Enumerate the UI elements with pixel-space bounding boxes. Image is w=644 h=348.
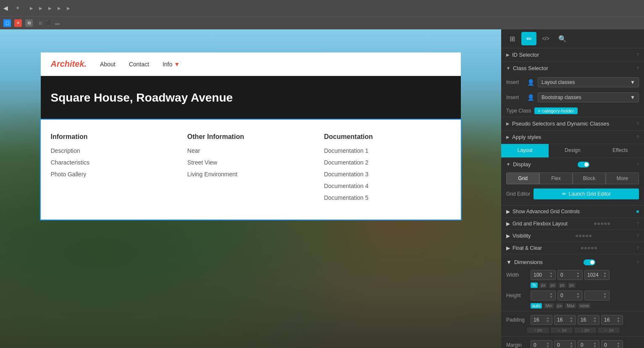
tab-brush[interactable]: ✏ [521, 32, 536, 45]
height-unit-auto[interactable]: auto [531, 303, 542, 309]
width-unit-px2[interactable]: px [568, 283, 576, 288]
desktop-icon[interactable]: 🖥 [38, 21, 42, 26]
grid-flexbox-help[interactable]: ? [636, 221, 639, 226]
display-btn-grid[interactable]: Grid [506, 173, 539, 184]
nav-arrow-1[interactable]: ▶ [27, 4, 36, 12]
info-item-doc5[interactable]: Documentation 5 [324, 194, 450, 201]
nav-link-about[interactable]: About [100, 61, 116, 68]
info-item-desc[interactable]: Description [51, 147, 177, 154]
bootstrap-classes-dropdown[interactable]: Bootstrap classes ▼ [538, 92, 639, 102]
pseudo-help[interactable]: ? [636, 121, 639, 126]
height-max-unit[interactable]: Max [565, 303, 576, 309]
width-max-spin[interactable]: ▲▼ [603, 272, 607, 278]
visibility-row[interactable]: ▶ Visibility ? [501, 230, 644, 242]
height-min-spin[interactable]: ▲▼ [576, 292, 580, 299]
display-toggle-on[interactable] [578, 162, 589, 167]
padding-bottom-input[interactable]: 16 ▲▼ [578, 315, 599, 325]
info-item-char[interactable]: Characteristics [51, 159, 177, 166]
grid-flexbox-row[interactable]: ▶ Grid and Flexbox Layout ? [501, 218, 644, 230]
width-min-unit[interactable]: px [539, 283, 547, 288]
nav-link-info-dropdown[interactable]: Info ▼ [163, 61, 180, 68]
info-item-photo[interactable]: Photo Gallery [51, 171, 177, 178]
info-item-doc3[interactable]: Documentation 3 [324, 171, 450, 178]
width-max-unit[interactable]: px [558, 283, 566, 288]
id-selector-section[interactable]: ▶ ID Selector ? [501, 48, 644, 62]
pad-left-spin[interactable]: ▲▼ [617, 317, 620, 323]
width-min-spin[interactable]: ▲▼ [576, 272, 580, 278]
advanced-grid-row[interactable]: ▶ Show Advanced Grid Controls [501, 206, 644, 218]
nav-arrow-2[interactable]: ▶ [37, 4, 45, 12]
tab-effects[interactable]: Effects [597, 144, 644, 157]
add-icon[interactable]: ＋ [15, 4, 21, 12]
nav-arrow-4[interactable]: ▶ [55, 4, 63, 12]
mar-bottom-spin[interactable]: ▲▼ [593, 342, 597, 348]
display-btn-more[interactable]: More [606, 173, 639, 184]
width-value-input[interactable]: 100 ▲▼ [531, 270, 556, 280]
mar-right-spin[interactable]: ▲▼ [570, 342, 573, 348]
display-help[interactable]: ? [636, 162, 639, 167]
info-item-doc1[interactable]: Documentation 1 [324, 147, 450, 154]
back-icon[interactable]: ◀ [3, 5, 8, 11]
height-min-input[interactable]: 0 ▲▼ [557, 290, 583, 301]
id-selector-help[interactable]: ? [636, 52, 639, 58]
margin-right-input[interactable]: 0 ▲▼ [554, 340, 576, 348]
height-max-spin[interactable]: ▲▼ [603, 292, 607, 299]
launch-grid-button[interactable]: ✏ Launch Grid Editor [534, 188, 639, 199]
pad-arrow-right[interactable]: → px [551, 327, 573, 333]
margin-top-input[interactable]: 0 ▲▼ [531, 340, 552, 348]
mar-top-spin[interactable]: ▲▼ [546, 342, 549, 348]
copy-tool[interactable]: ⧉ [25, 19, 33, 27]
info-item-doc4[interactable]: Documentation 4 [324, 183, 450, 189]
info-item-living[interactable]: Living Environment [187, 171, 314, 178]
width-unit-pct[interactable]: % [531, 283, 538, 288]
nav-link-contact[interactable]: Contact [129, 61, 149, 68]
class-selector-help[interactable]: ? [636, 66, 639, 71]
width-min-input[interactable]: 0 ▲▼ [557, 270, 583, 280]
pad-arrow-top[interactable]: ↑ px [527, 327, 549, 333]
tab-grid[interactable]: ⊞ [505, 32, 520, 45]
tab-layout[interactable]: Layout [501, 144, 549, 157]
pseudo-selectors-section[interactable]: ▶ Pseudo Selectors and Dynamic Classes ? [501, 117, 644, 131]
apply-styles-section[interactable]: ▶ Apply styles ? [501, 131, 644, 144]
padding-top-input[interactable]: 16 ▲▼ [531, 315, 552, 325]
info-item-near[interactable]: Near [187, 147, 314, 154]
select-tool[interactable]: ▢ [3, 19, 11, 27]
tablet-landscape-icon[interactable]: ⬛ [46, 20, 52, 26]
nav-arrow-3[interactable]: ▶ [46, 4, 54, 12]
info-item-doc2[interactable]: Documentation 2 [324, 159, 450, 166]
pad-right-spin[interactable]: ▲▼ [570, 317, 573, 323]
margin-bottom-input[interactable]: 0 ▲▼ [578, 340, 599, 348]
tab-code[interactable]: </> [538, 32, 553, 45]
width-max-input[interactable]: 1024 ▲▼ [584, 270, 610, 280]
padding-left-input[interactable]: 16 ▲▼ [601, 315, 623, 325]
class-selector-header[interactable]: ▼ Class Selector ? [501, 62, 644, 75]
height-unit-px[interactable]: px [556, 303, 564, 309]
class-tag-remove[interactable]: × [538, 109, 540, 113]
height-spin[interactable]: ▲▼ [549, 292, 553, 299]
float-clear-row[interactable]: ▶ Float & Clear ? [501, 242, 644, 254]
dimensions-toggle-on[interactable] [584, 259, 595, 265]
delete-tool[interactable]: ✕ [14, 19, 22, 27]
tab-design[interactable]: Design [549, 144, 596, 157]
float-help[interactable]: ? [636, 246, 639, 251]
display-btn-flex[interactable]: Flex [539, 173, 573, 184]
pad-top-spin[interactable]: ▲▼ [546, 317, 549, 323]
dimensions-toggle[interactable] [584, 259, 595, 265]
width-unit-px[interactable]: px [549, 283, 557, 288]
dim-help[interactable]: ? [636, 260, 639, 265]
padding-right-input[interactable]: 16 ▲▼ [554, 315, 576, 325]
pad-arrow-left[interactable]: ← px [598, 327, 620, 333]
nav-arrow-5[interactable]: ▶ [64, 4, 73, 12]
display-btn-block[interactable]: Block [573, 173, 606, 184]
height-min-unit-label[interactable]: Min [544, 303, 554, 309]
tab-search[interactable]: 🔍 [555, 32, 570, 45]
tablet-portrait-icon[interactable]: ▬ [55, 21, 60, 26]
pad-arrow-bottom[interactable]: ↓ px [574, 327, 596, 333]
apply-help[interactable]: ? [636, 135, 639, 140]
mar-left-spin[interactable]: ▲▼ [617, 342, 620, 348]
pad-bottom-spin[interactable]: ▲▼ [593, 317, 597, 323]
layout-classes-dropdown[interactable]: Layout classes ▼ [538, 77, 639, 87]
width-spin[interactable]: ▲▼ [549, 272, 553, 278]
margin-left-input[interactable]: 0 ▲▼ [601, 340, 623, 348]
height-max-input[interactable]: ▲▼ [584, 290, 610, 301]
